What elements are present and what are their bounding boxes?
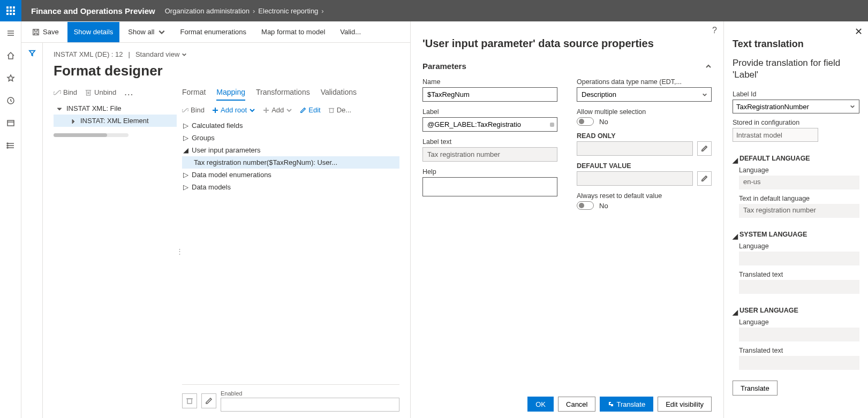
stored-label: Stored in configuration (733, 119, 859, 126)
ds-node[interactable]: ▷Groups (182, 132, 399, 144)
name-label: Name (422, 78, 557, 86)
locale-indicator-icon[interactable] (550, 123, 554, 127)
breadcrumb-item[interactable]: Organization administration (165, 7, 250, 15)
header-bar: Finance and Operations Preview Organizat… (0, 0, 868, 21)
default-language-group[interactable]: ◢DEFAULT LANGUAGE (733, 155, 859, 162)
tree-node-root[interactable]: INSTAT XML: File (54, 102, 177, 115)
add-root-button[interactable]: Add root (212, 106, 255, 114)
help-icon[interactable]: ? (712, 26, 717, 35)
app-launcher-icon[interactable] (0, 0, 21, 21)
map-format-to-model-button[interactable]: Map format to model (255, 22, 331, 42)
svg-point-11 (7, 143, 8, 144)
system-text-value (739, 280, 859, 294)
svg-rect-7 (10, 13, 12, 15)
bind-button[interactable]: Bind (54, 88, 77, 96)
readonly-input (577, 141, 693, 156)
command-bar: Save Show details Show all Format enumer… (21, 21, 410, 43)
ds-node-selected[interactable]: Tax registration number($TaxRegNum): Use… (182, 156, 399, 169)
default-text-value: Tax registration number (739, 204, 859, 218)
label-input[interactable] (422, 117, 557, 132)
unbind-button[interactable]: Unbind (85, 88, 116, 96)
modules-icon[interactable] (2, 137, 19, 154)
svg-rect-6 (6, 13, 9, 15)
view-selector[interactable]: Standard view (135, 50, 187, 58)
add-button[interactable]: Add (263, 106, 292, 114)
cancel-button[interactable]: Cancel (558, 397, 595, 412)
label-id-label: Label Id (733, 90, 859, 98)
edit-icon-button[interactable] (201, 393, 216, 408)
tab-transformations[interactable]: Transformations (256, 85, 310, 101)
close-icon[interactable]: ✕ (855, 26, 863, 37)
ds-node[interactable]: ▷Data model enumerations (182, 169, 399, 181)
section-parameters[interactable]: Parameters (422, 62, 712, 71)
translate-button[interactable]: Translate (600, 397, 653, 412)
translation-subheading: Provide translation for field 'Label' (733, 57, 859, 81)
translation-heading: Text translation (733, 39, 859, 50)
more-actions-icon[interactable]: … (124, 87, 133, 98)
tree-node-child[interactable]: INSTAT: XML Element (54, 115, 177, 127)
tab-validations[interactable]: Validations (321, 85, 357, 101)
always-reset-toggle[interactable] (577, 201, 594, 210)
home-icon[interactable] (2, 47, 19, 64)
edit-button[interactable]: Edit (300, 106, 320, 114)
star-icon[interactable] (2, 70, 19, 87)
enabled-input[interactable] (221, 398, 399, 412)
translate-action-button[interactable]: Translate (733, 381, 778, 396)
show-all-button[interactable]: Show all (122, 22, 171, 42)
ds-node[interactable]: ◢User input parameters (182, 144, 399, 156)
horizontal-scrollbar[interactable] (54, 133, 129, 137)
edit-default-value-button[interactable] (697, 171, 712, 186)
format-enumerations-button[interactable]: Format enumerations (174, 22, 253, 42)
delete-button[interactable]: De... (328, 106, 351, 114)
edt-select[interactable] (577, 87, 712, 102)
label-id-select[interactable] (733, 100, 859, 113)
breadcrumb-item[interactable]: Electronic reporting (258, 7, 318, 15)
ds-node[interactable]: ▷Calculated fields (182, 119, 399, 132)
left-nav-rail (0, 21, 21, 418)
edit-visibility-button[interactable]: Edit visibility (658, 397, 712, 412)
ok-button[interactable]: OK (527, 397, 554, 412)
system-lang-value (739, 252, 859, 265)
edt-label: Operations data type name (EDT,... (577, 78, 712, 86)
designer-tabs: Format Mapping Transformations Validatio… (182, 85, 399, 101)
split-handle[interactable]: ⋮ (177, 85, 182, 418)
chevron-right-icon: › (321, 7, 323, 15)
workspaces-icon[interactable] (2, 115, 19, 132)
enabled-label: Enabled (221, 390, 399, 397)
show-details-button[interactable]: Show details (67, 22, 120, 42)
translation-panel: ✕ Text translation Provide translation f… (723, 21, 868, 418)
allow-multi-label: Allow multiple selection (577, 108, 712, 116)
validate-button[interactable]: Valid... (334, 22, 367, 42)
mapping-toolbar: Bind Add root Add (182, 106, 399, 114)
ds-node[interactable]: ▷Data models (182, 181, 399, 193)
edit-readonly-button[interactable] (697, 141, 712, 156)
default-text-label: Text in default language (739, 195, 859, 202)
tab-mapping[interactable]: Mapping (216, 85, 245, 101)
chevron-right-icon: › (253, 7, 255, 15)
svg-rect-14 (33, 29, 39, 35)
save-button[interactable]: Save (26, 22, 65, 42)
recent-icon[interactable] (2, 92, 19, 109)
help-textarea[interactable] (422, 177, 557, 196)
tab-format[interactable]: Format (182, 85, 206, 101)
svg-rect-16 (329, 108, 333, 112)
default-lang-label: Language (739, 166, 859, 174)
menu-icon[interactable] (2, 25, 19, 42)
label-text-input (422, 147, 557, 162)
svg-rect-3 (6, 10, 9, 12)
allow-multi-toggle[interactable] (577, 117, 594, 126)
data-source-tree: ▷Calculated fields ▷Groups ◢User input p… (182, 119, 399, 193)
user-language-group[interactable]: ◢USER LANGUAGE (733, 307, 859, 314)
name-input[interactable] (422, 87, 557, 102)
breadcrumb: Organization administration › Electronic… (165, 7, 324, 15)
system-language-group[interactable]: ◢SYSTEM LANGUAGE (733, 231, 859, 238)
always-reset-label: Always reset to default value (577, 192, 712, 200)
app-title: Finance and Operations Preview (21, 6, 165, 16)
default-value-input (577, 171, 693, 186)
readonly-label: READ ONLY (577, 132, 712, 140)
system-lang-label: Language (739, 242, 859, 250)
bind-button[interactable]: Bind (182, 106, 205, 114)
filter-button[interactable] (21, 43, 43, 418)
user-lang-label: Language (739, 318, 859, 326)
delete-icon-button[interactable] (182, 393, 197, 408)
